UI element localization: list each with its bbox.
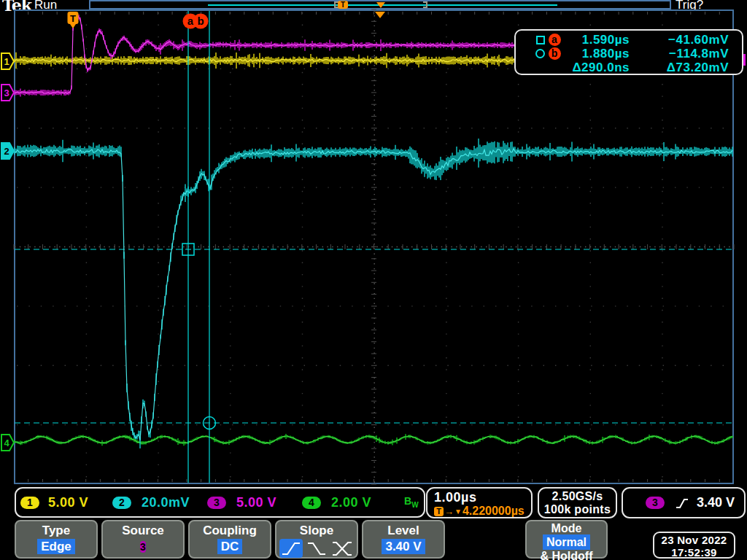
menu-coupling-button[interactable]: Coupling DC bbox=[188, 520, 271, 559]
ch3-badge[interactable]: 3 bbox=[207, 497, 226, 509]
cursor-a-square-icon bbox=[516, 36, 545, 44]
slope-either-icon[interactable] bbox=[330, 539, 354, 558]
type-label: Type bbox=[16, 523, 96, 539]
ch4-badge[interactable]: 4 bbox=[302, 497, 321, 509]
type-value: Edge bbox=[37, 539, 75, 554]
ch1-badge[interactable]: 1 bbox=[20, 497, 39, 509]
ch2-scale: 20.0mV bbox=[142, 495, 190, 510]
mode-value: Normal bbox=[543, 534, 590, 550]
timebase-readout-box: 1.00µs T → ▼ 4.220000µs bbox=[426, 487, 533, 518]
cursor-a-row: a 1.590µs −41.60mV bbox=[516, 33, 742, 47]
svg-text:4: 4 bbox=[4, 438, 9, 448]
rising-edge-icon bbox=[676, 497, 689, 509]
datetime-box: 23 Nov 2022 17:52:39 bbox=[653, 532, 735, 559]
slope-label: Slope bbox=[276, 523, 357, 539]
mode-label: Mode bbox=[527, 522, 606, 534]
coupling-value: DC bbox=[217, 539, 243, 554]
cursor-b-voltage: −114.8mV bbox=[630, 47, 742, 61]
trigger-flag-icon: T bbox=[434, 507, 444, 516]
svg-text:1: 1 bbox=[4, 56, 9, 67]
slope-rising-icon[interactable] bbox=[279, 539, 303, 558]
acquisition-preview-bar[interactable]: T bbox=[89, 0, 671, 9]
ch1-scale: 5.00 V bbox=[48, 495, 88, 510]
ch2-badge[interactable]: 2 bbox=[112, 497, 131, 509]
trigger-source-badge: 3 bbox=[646, 497, 665, 509]
cursor-b-circle-icon bbox=[516, 49, 545, 58]
menu-slope-button[interactable]: Slope bbox=[275, 520, 358, 559]
menu-source-button[interactable]: Source 3 bbox=[101, 520, 185, 559]
cursor-delta-voltage: Δ73.20mV bbox=[630, 61, 742, 75]
svg-text:3: 3 bbox=[4, 88, 9, 98]
sample-rate: 2.50GS/s bbox=[539, 490, 616, 503]
cursor-delta-time: Δ290.0ns bbox=[564, 61, 630, 75]
cursor-b-badge: b bbox=[545, 47, 564, 60]
oscilloscope-screen: Tek Run Trig? T Tab1324 a 1.590µs −41.60… bbox=[0, 0, 747, 560]
coupling-label: Coupling bbox=[190, 523, 270, 539]
source-label: Source bbox=[103, 523, 183, 539]
timebase-delay: T → ▼ 4.220000µs bbox=[434, 505, 531, 518]
cursor-a-voltage: −41.60mV bbox=[630, 33, 742, 47]
slope-falling-icon[interactable] bbox=[305, 539, 328, 558]
channel-marker-2[interactable]: 2 bbox=[1, 143, 14, 159]
cursor-a-badge: a bbox=[545, 34, 564, 46]
trigger-readout-box: 3 3.40 V bbox=[622, 487, 746, 518]
delay-triangle-icon: ▼ bbox=[454, 508, 462, 516]
cursor-b-row: b 1.880µs −114.8mV bbox=[516, 47, 742, 61]
level-value: 3.40 V bbox=[382, 539, 425, 554]
channel-scale-bar: 1 5.00 V 2 20.0mV 3 5.00 V 4 2.00 V BW bbox=[15, 487, 425, 518]
arrow-right-icon: → bbox=[444, 506, 454, 517]
window-bracket-right bbox=[423, 1, 427, 8]
cursor-readout-box: a 1.590µs −41.60mV b 1.880µs −114.8mV Δ2… bbox=[514, 29, 743, 75]
delay-marker-icon bbox=[376, 2, 385, 8]
source-value-badge: 3 bbox=[140, 541, 146, 553]
record-length: 100k points bbox=[539, 503, 616, 516]
menu-level-button[interactable]: Level 3.40 V bbox=[362, 520, 445, 559]
delay-value: 4.220000µs bbox=[462, 505, 525, 518]
cursor-b-time: 1.880µs bbox=[564, 47, 630, 61]
mode-value2: & Holdoff bbox=[527, 550, 606, 560]
timebase-scale: 1.00µs bbox=[434, 490, 531, 505]
channel-marker-4[interactable]: 4 bbox=[1, 435, 14, 451]
channel-marker-1[interactable]: 1 bbox=[1, 53, 14, 69]
cursor-a-time: 1.590µs bbox=[564, 33, 630, 47]
cursor-delta-row: Δ290.0ns Δ73.20mV bbox=[516, 61, 742, 74]
graticule-area bbox=[14, 9, 734, 484]
menu-type-button[interactable]: Type Edge bbox=[15, 520, 98, 559]
svg-text:2: 2 bbox=[4, 146, 9, 157]
trigger-position-flag-icon: T bbox=[338, 1, 348, 9]
sample-rate-box: 2.50GS/s 100k points bbox=[538, 487, 617, 518]
channel-marker-3[interactable]: 3 bbox=[1, 85, 14, 101]
ch3-scale: 5.00 V bbox=[236, 495, 276, 510]
bandwidth-limit-indicator: BW bbox=[404, 495, 419, 509]
menu-mode-button[interactable]: Mode Normal & Holdoff bbox=[525, 520, 608, 559]
date-value: 23 Nov 2022 bbox=[654, 534, 734, 546]
time-value: 17:52:39 bbox=[654, 546, 734, 559]
trigger-level-value: 3.40 V bbox=[689, 495, 744, 510]
level-label: Level bbox=[363, 523, 444, 539]
ch4-scale: 2.00 V bbox=[331, 495, 371, 510]
